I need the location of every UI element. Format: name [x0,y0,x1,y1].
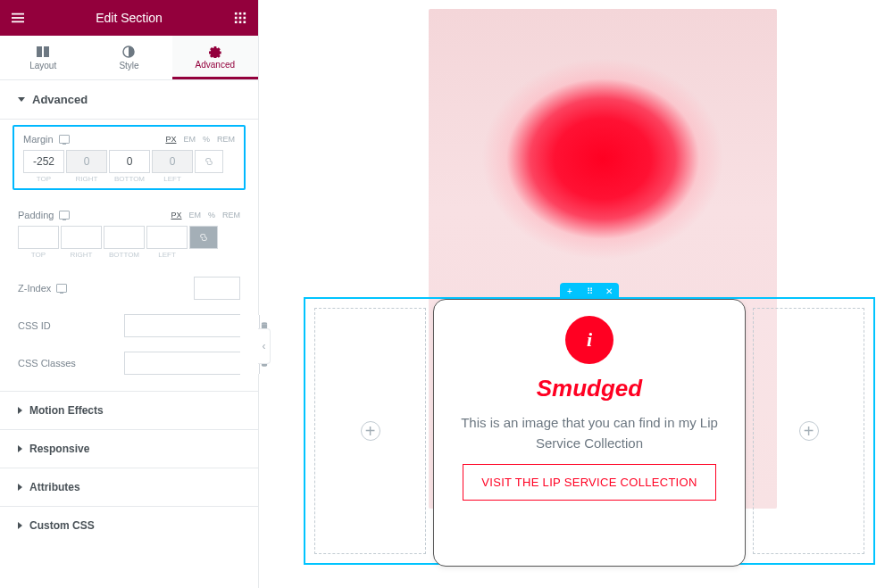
svg-point-15 [262,322,267,325]
cssclasses-input[interactable] [125,352,259,374]
cssid-input[interactable] [125,315,259,336]
svg-rect-4 [239,12,242,15]
svg-rect-2 [12,21,24,23]
legend-top: TOP [18,251,59,259]
add-widget-icon[interactable]: + [799,421,819,441]
panel-collapse-button[interactable]: ‹ [258,328,271,364]
caret-down-icon [18,97,25,102]
padding-right-input[interactable] [61,226,102,249]
section-close-button[interactable]: ✕ [599,283,619,299]
unit-pct[interactable]: % [203,135,210,144]
accordion-attributes[interactable]: Attributes [0,468,258,506]
margin-right-input[interactable] [66,150,107,173]
tab-style-label: Style [119,61,138,70]
padding-link-icon[interactable] [189,226,218,249]
section-drag-handle[interactable]: ⠿ [580,283,599,299]
legend-right: RIGHT [66,175,107,183]
tab-advanced[interactable]: Advanced [172,36,258,79]
svg-rect-8 [244,17,246,20]
editor-panel: Edit Section Layout Style Advanced Advan… [0,0,259,588]
column-left[interactable]: + [314,308,426,554]
margin-bottom-input[interactable] [109,150,150,173]
margin-units: PX EM % REM [165,135,235,144]
cssid-row: CSS ID [0,307,258,344]
section-advanced-title: Advanced [32,93,88,106]
unit-em[interactable]: EM [188,211,201,219]
tab-style[interactable]: Style [86,36,171,79]
unit-rem[interactable]: REM [222,211,240,219]
svg-rect-11 [244,21,246,24]
svg-rect-1 [12,17,24,19]
panel-title: Edit Section [29,11,230,25]
apps-icon[interactable] [230,7,251,29]
svg-rect-6 [235,17,238,20]
unit-pct[interactable]: % [208,211,215,219]
caret-right-icon [18,484,22,491]
accordion-motion-effects[interactable]: Motion Effects [0,391,258,429]
section-advanced-header[interactable]: Advanced [0,80,258,120]
cssclasses-label: CSS Classes [18,358,76,369]
info-card: i Smudged This is an image that you can … [433,299,746,567]
padding-bottom-input[interactable] [104,226,145,249]
svg-rect-10 [239,21,242,24]
margin-control-highlight: Margin PX EM % REM TOP RIGHT BOTTOM LEFT [13,125,246,190]
card-title: Smudged [537,375,642,402]
tab-layout[interactable]: Layout [0,36,86,79]
caret-right-icon [18,522,22,529]
padding-units: PX EM % REM [171,211,240,219]
svg-rect-13 [44,46,49,57]
menu-icon[interactable] [7,7,29,29]
caret-right-icon [18,407,22,414]
legend-top: TOP [23,175,64,183]
accordion-custom-css[interactable]: Custom CSS [0,506,258,544]
unit-px[interactable]: PX [165,135,176,144]
zindex-label: Z-Index [18,283,51,294]
unit-px[interactable]: PX [171,211,181,219]
cssclasses-row: CSS Classes [0,344,258,382]
responsive-icon[interactable] [59,211,70,219]
zindex-input[interactable] [194,277,240,300]
padding-top-input[interactable] [18,226,59,249]
svg-rect-0 [12,13,24,15]
card-description: This is an image that you can find in my… [446,413,732,453]
tab-layout-label: Layout [29,61,56,70]
margin-top-input[interactable] [23,150,64,173]
accordion-responsive[interactable]: Responsive [0,429,258,468]
canvas: + ⠿ ✕ + + i Smudged This is an image tha… [277,0,893,588]
column-right[interactable]: + [753,308,864,554]
unit-em[interactable]: EM [183,135,196,144]
legend-left: LEFT [152,175,193,183]
margin-left-input[interactable] [152,150,193,173]
add-widget-icon[interactable]: + [361,421,380,441]
section-handle: + ⠿ ✕ [560,283,619,299]
legend-bottom: BOTTOM [109,175,150,183]
unit-rem[interactable]: REM [217,135,235,144]
cssid-label: CSS ID [18,320,51,331]
legend-right: RIGHT [61,251,102,259]
panel-tabs: Layout Style Advanced [0,36,258,80]
margin-label: Margin [23,134,54,145]
margin-link-icon[interactable] [195,150,223,173]
svg-rect-7 [239,17,242,20]
info-icon: i [565,316,613,364]
legend-left: LEFT [146,251,188,259]
svg-rect-9 [235,21,238,24]
responsive-icon[interactable] [59,135,70,144]
tab-advanced-label: Advanced [196,60,235,70]
caret-right-icon [18,445,22,452]
zindex-row: Z-Index [0,269,258,307]
section-add-button[interactable]: + [560,283,580,299]
panel-header: Edit Section [0,0,258,36]
responsive-icon[interactable] [56,284,67,293]
svg-rect-5 [244,12,246,15]
padding-control: Padding PX EM % REM TOP RIGHT BOTTOM LEF… [0,199,258,269]
padding-left-input[interactable] [146,226,188,249]
padding-label: Padding [18,210,54,220]
card-cta-button[interactable]: VISIT THE LIP SERVICE COLLECTION [463,464,715,501]
svg-rect-12 [37,46,42,57]
svg-rect-3 [235,12,238,15]
legend-bottom: BOTTOM [104,251,145,259]
